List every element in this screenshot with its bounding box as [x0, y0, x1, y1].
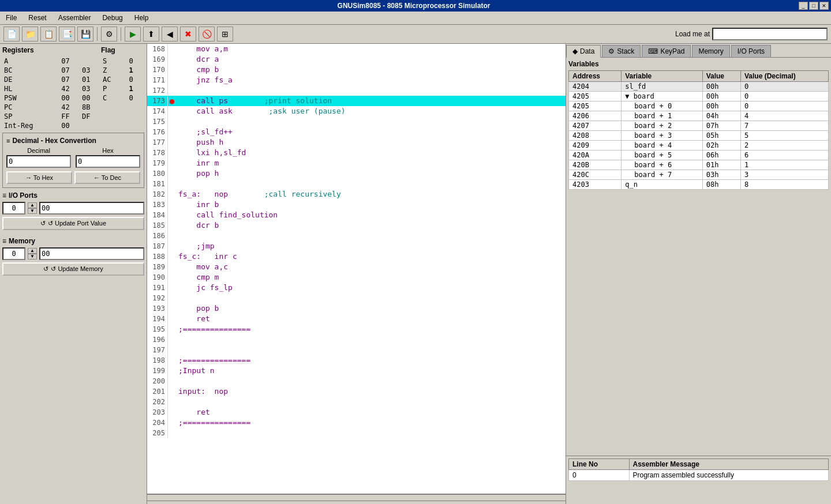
statusbar: Simulator: Program running [147, 501, 566, 504]
toolbar-open-button[interactable]: 📁 [22, 27, 38, 42]
close-button[interactable]: ✕ [819, 2, 829, 10]
data-content: Variables Address Variable Value Value (… [566, 58, 831, 456]
mem-spin-down[interactable]: ▼ [28, 254, 37, 259]
right-panel: ◆ Data ⚙ Stack ⌨ KeyPad Memory I/O Ports… [566, 44, 831, 504]
io-spinbox[interactable]: ▲ ▼ [28, 202, 37, 214]
code-line: 168 mov a,m [147, 44, 566, 54]
line-number: 181 [147, 179, 168, 189]
menu-reset[interactable]: Reset [25, 13, 50, 23]
code-line: 195;=============== [147, 324, 566, 334]
maximize-button[interactable]: □ [809, 2, 818, 10]
line-marker [168, 418, 176, 428]
flag-z: Z1 [101, 66, 144, 75]
toolbar-reset-button[interactable]: ⊞ [217, 27, 233, 42]
line-marker [168, 272, 176, 283]
reg-row-pc: PC428B [2, 103, 101, 112]
line-content: ;Input n [176, 366, 566, 376]
window-controls[interactable]: _ □ ✕ [799, 2, 831, 10]
line-content: ret [176, 407, 566, 418]
data-tab-icon: ◆ [572, 47, 578, 55]
reg-row-hl: HL4203 [2, 84, 101, 93]
menu-assembler[interactable]: Assembler [55, 13, 95, 23]
tabs-header: ◆ Data ⚙ Stack ⌨ KeyPad Memory I/O Ports [566, 44, 831, 58]
mem-spin-up[interactable]: ▲ [28, 248, 37, 254]
toolbar-step-button[interactable]: ⬆ [143, 27, 159, 42]
line-content: pop b [176, 303, 566, 314]
mem-spinbox[interactable]: ▲ ▼ [28, 248, 37, 259]
hex-input[interactable] [76, 155, 140, 168]
menu-debug[interactable]: Debug [99, 13, 126, 23]
load-input[interactable] [712, 28, 828, 40]
toolbar-back-button[interactable]: ◀ [162, 27, 178, 42]
line-number: 188 [147, 251, 168, 262]
line-marker [168, 44, 176, 54]
tab-data[interactable]: ◆ Data [566, 45, 601, 58]
var-table-row: 4207board + 207h7 [569, 121, 829, 131]
tab-keypad[interactable]: ⌨ KeyPad [642, 45, 691, 57]
code-area[interactable]: 168 mov a,m169 dcr a170 cmp b171 jnz fs_… [147, 44, 566, 494]
minimize-button[interactable]: _ [799, 2, 808, 10]
code-line: 194 ret [147, 314, 566, 324]
line-number: 185 [147, 220, 168, 231]
tab-io-ports[interactable]: I/O Ports [731, 45, 771, 57]
code-line: 205 [147, 428, 566, 438]
line-marker [168, 355, 176, 366]
line-marker [168, 75, 176, 85]
toolbar-stop-button[interactable]: ✖ [180, 27, 196, 42]
toolbar-paste-button[interactable]: 📑 [59, 27, 75, 42]
toolbar-settings-button[interactable]: ⚙ [101, 27, 117, 42]
line-number: 174 [147, 106, 168, 116]
line-number: 193 [147, 303, 168, 314]
io-port-addr[interactable] [2, 202, 25, 215]
memory-addr[interactable] [2, 247, 25, 260]
variables-scroll[interactable]: Address Variable Value Value (Decimal) 4… [568, 70, 829, 453]
code-line: 170 cmp b [147, 65, 566, 75]
update-memory-label: ↺ Update Memory [51, 265, 103, 273]
io-port-value[interactable] [39, 202, 144, 215]
message-table: Line No Assembler Message 0Program assem… [568, 458, 829, 481]
menu-file[interactable]: File [2, 13, 20, 23]
to-hex-button[interactable]: → To Hex [6, 171, 72, 184]
toolbar-new-button[interactable]: 📄 [3, 27, 20, 42]
line-marker [168, 127, 176, 137]
line-marker [168, 179, 176, 189]
registers-table: A07 BC0703 DE0701 HL4203 PSW0000 PC428B … [2, 57, 101, 130]
update-port-label: ↺ Update Port Value [48, 220, 106, 227]
toolbar-copy-button[interactable]: 📋 [40, 27, 57, 42]
line-marker [168, 231, 176, 241]
toolbar: 📄 📁 📋 📑 💾 ⚙ ▶ ⬆ ◀ ✖ 🚫 ⊞ Load me at [0, 25, 831, 44]
line-content: ;=============== [176, 355, 566, 366]
line-number: 180 [147, 168, 168, 179]
to-dec-button[interactable]: ← To Dec [74, 171, 140, 184]
line-content: ;=============== [176, 418, 566, 428]
flags-section: Flag S0 Z1 AC0 P1 C0 [101, 46, 144, 130]
line-number: 198 [147, 355, 168, 366]
toolbar-run-button[interactable]: ▶ [125, 27, 141, 42]
line-number: 200 [147, 376, 168, 386]
io-spin-down[interactable]: ▼ [28, 208, 37, 214]
code-line: 201input: nop [147, 386, 566, 397]
menu-help[interactable]: Help [131, 13, 152, 23]
expand-arrow[interactable]: ▼ [625, 92, 633, 100]
code-line: 185 dcr b [147, 220, 566, 231]
line-content: dcr b [176, 220, 566, 231]
line-marker [168, 137, 176, 148]
toolbar-pause-button[interactable]: 🚫 [199, 27, 215, 42]
code-line: 196 [147, 334, 566, 345]
var-table-row: 420Aboard + 506h6 [569, 151, 829, 160]
line-number: 203 [147, 407, 168, 418]
var-table-row: 420Cboard + 703h3 [569, 170, 829, 180]
tab-stack[interactable]: ⚙ Stack [602, 45, 641, 57]
decimal-input[interactable] [6, 155, 71, 168]
tab-memory[interactable]: Memory [692, 45, 729, 57]
line-number: 205 [147, 428, 168, 438]
io-spin-up[interactable]: ▲ [28, 202, 37, 208]
line-marker [168, 262, 176, 272]
update-memory-button[interactable]: ↺ ↺ Update Memory [2, 262, 144, 276]
memory-value[interactable] [39, 247, 144, 260]
code-scrollbar[interactable] [147, 494, 566, 501]
update-port-button[interactable]: ↺ ↺ Update Port Value [2, 217, 144, 230]
line-content: input: nop [176, 386, 566, 397]
toolbar-save-button[interactable]: 💾 [77, 27, 93, 42]
reg-row-sp: SPFFDF [2, 112, 101, 121]
